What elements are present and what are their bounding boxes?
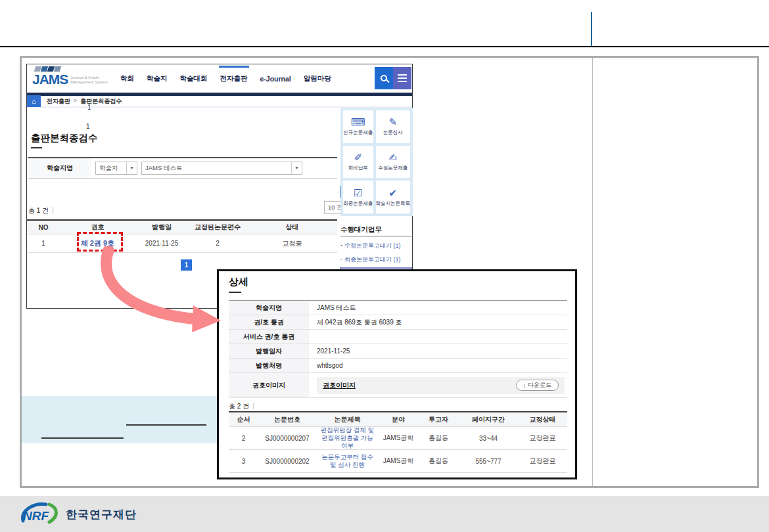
article-title-link[interactable]: 편집위원장 결제 및 편집위원총괄 가능여부	[316, 427, 379, 449]
detail-row-service-volume: 서비스 권/호 통권	[229, 330, 567, 344]
articles-table: 순서 논문번호 논문제목 분야 투고자 페이지구간 교정상태 2 SJ00000…	[229, 411, 567, 473]
detail-row-publisher: 발행처명 whtlsgod	[229, 359, 567, 373]
frame-column-divider	[592, 58, 593, 486]
quick-menu-panel: ⌨ 신규논문제출 ✎ 논문심사 ✐ 회비납부 ✍ 수정논문제출 ☑ 최종논문제출…	[340, 108, 413, 216]
status-badge: 교정중	[247, 234, 337, 252]
todo-item-final: - 최종논문투고대기 (1)	[340, 255, 401, 264]
document-feather-icon: ✐	[354, 152, 362, 162]
nrf-logo-icon: NRF	[18, 500, 62, 528]
nav-item-society[interactable]: 학회	[120, 74, 134, 83]
article-count: 총 2 건 |	[229, 402, 254, 411]
quickmenu-new-submission[interactable]: ⌨ 신규논문제출	[343, 110, 373, 143]
note-underline-1	[126, 424, 206, 426]
jams-logo[interactable]: JAMS Journal & Article Management System	[32, 67, 108, 86]
download-icon: ↓	[523, 382, 526, 389]
quickmenu-fee-payment[interactable]: ✐ 회비납부	[343, 146, 373, 179]
breadcrumb-trail[interactable]: 전자출판	[47, 97, 70, 106]
breadcrumb-current: 출판본최종검수	[80, 97, 122, 106]
todo-item-revised: - 수정논문투고대기 (1)	[340, 242, 401, 250]
annotation-mark-1: 1	[87, 104, 91, 111]
journal-type-select[interactable]: 학술지 ▼	[95, 162, 137, 175]
quickmenu-final-submission[interactable]: ☑ 최종논문제출	[343, 181, 373, 213]
header-rule	[0, 46, 769, 47]
todo-heading-rule	[340, 236, 413, 236]
search-icon	[381, 75, 387, 81]
chevron-down-icon: ▼	[291, 162, 302, 174]
page-title: 출판본최종검수	[31, 132, 98, 144]
jams-logo-subtitle: Journal & Article Management System	[70, 76, 108, 85]
quickmenu-article-list[interactable]: ✔ 학술지논문목록	[376, 181, 411, 213]
detail-row-volume: 권/호 통권 제 042권 869호 통권 6039 호	[229, 315, 567, 330]
note-box	[22, 396, 218, 443]
callout-arrow-icon	[92, 246, 223, 332]
download-button[interactable]: ↓ 다운로드	[516, 380, 559, 391]
nav-item-ejournal[interactable]: e-Journal	[260, 75, 291, 83]
popup-title: 상세	[229, 276, 248, 288]
breadcrumb: ⌂ 전자출판 > 출판본최종검수	[27, 96, 412, 108]
nav-active-indicator	[219, 66, 249, 68]
detail-popup: 상세 학술지명 JAMS 테스트 권/호 통권 제 042권 869호 통권 6…	[217, 269, 577, 479]
pencil-icon: ✎	[388, 117, 397, 127]
articles-table-header: 순서 논문번호 논문제목 분야 투고자 페이지구간 교정상태	[229, 411, 567, 427]
result-count: 총 1 건 |	[28, 206, 54, 215]
nav-item-notice[interactable]: 알림마당	[304, 74, 331, 83]
nav-item-epublish-active[interactable]: 전자출판	[220, 74, 248, 83]
note-underline-2	[41, 437, 124, 439]
checkmark-icon: ✔	[388, 188, 397, 198]
jams-logo-shapes-icon	[35, 66, 60, 72]
footer-org-name: 한국연구재단	[66, 507, 137, 522]
todo-heading: 수행대기업무	[340, 225, 382, 234]
keyboard-icon: ⌨	[351, 117, 365, 127]
quickmenu-review[interactable]: ✎ 논문심사	[376, 110, 411, 143]
home-icon[interactable]: ⌂	[27, 95, 41, 107]
journal-select[interactable]: JAMS 테스트 ▼	[141, 162, 302, 175]
breadcrumb-separator: >	[74, 97, 77, 106]
chevron-down-icon: ▼	[126, 162, 137, 174]
top-divider-line	[591, 12, 592, 46]
footer-bar: NRF 한국연구재단	[0, 496, 769, 532]
nav-item-journal[interactable]: 학술지	[147, 74, 168, 83]
journal-name-label: 학술지명	[28, 158, 91, 178]
page-title-underline	[31, 147, 42, 148]
hamburger-menu-button[interactable]	[393, 67, 411, 89]
volume-table-header: NO 권호 발행일 교정된논문편수 상태	[27, 219, 337, 234]
detail-row-journal: 학술지명 JAMS 테스트	[229, 301, 567, 315]
detail-row-publish-date: 발행일자 2021-11-25	[229, 344, 567, 359]
jams-logo-text: JAMS	[32, 72, 68, 86]
popup-title-underline	[229, 292, 241, 293]
checkbox-icon: ☑	[354, 188, 362, 198]
annotation-mark-2: 1	[86, 123, 90, 130]
article-row-2: 3 SJ0000000202 논문투고부터 접수 및 심사 진행 JAMS공학 …	[229, 450, 567, 473]
writing-hand-icon: ✍	[388, 152, 397, 162]
jams-header: JAMS Journal & Article Management System…	[27, 64, 412, 93]
search-button[interactable]	[375, 67, 393, 89]
detail-row-cover-image: 권호이미지 권호이미지 ↓ 다운로드	[229, 373, 567, 398]
article-row-1: 2 SJ0000000207 편집위원장 결제 및 편집위원총괄 가능여부 JA…	[229, 427, 567, 450]
cover-image-link[interactable]: 권호이미지	[323, 381, 356, 390]
detail-table: 학술지명 JAMS 테스트 권/호 통권 제 042권 869호 통권 6039…	[229, 300, 567, 398]
nav-item-conference[interactable]: 학술대회	[180, 74, 208, 83]
search-form: 학술지명 학술지 ▼ JAMS 테스트 ▼	[28, 157, 337, 179]
cover-image-field: 권호이미지 ↓ 다운로드	[317, 377, 565, 394]
article-title-link[interactable]: 논문투고부터 접수 및 심사 진행	[316, 450, 379, 472]
main-nav: 학회 학술지 학술대회 전자출판 e-Journal 알림마당	[120, 64, 331, 93]
row-no: 1	[27, 234, 60, 252]
svg-text:NRF: NRF	[23, 509, 49, 523]
quickmenu-revised-submission[interactable]: ✍ 수정논문제출	[376, 146, 411, 179]
hamburger-icon	[398, 74, 407, 76]
